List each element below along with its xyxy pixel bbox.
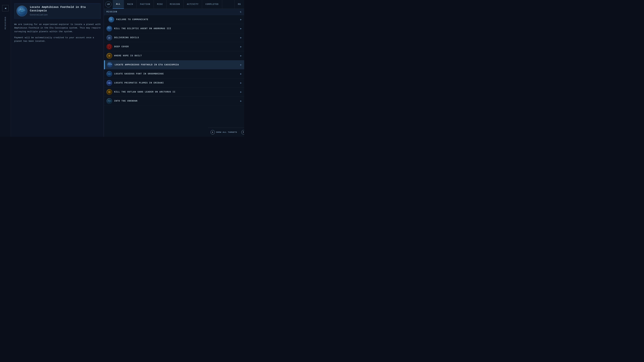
mission-icon-7 (106, 71, 112, 77)
mission-icon-4 (106, 44, 112, 50)
mission-icon-10 (106, 98, 112, 104)
mission-icon-8 (106, 80, 112, 86)
back-arrow-button[interactable]: ◀ (2, 5, 8, 11)
mission-icon-3: UC (106, 35, 112, 40)
mission-icon-6 (107, 62, 113, 68)
tab-main-label: MAIN (127, 3, 133, 5)
svg-point-7 (111, 19, 112, 20)
back-arrow-icon: ◀ (4, 6, 6, 10)
chevron-right-2: ▶ (240, 27, 242, 30)
mission-title-block: Locate Amphibious Foothold in Eta Cassio… (30, 5, 98, 16)
mission-icon (16, 5, 27, 16)
tab-completed-label: COMPLETED (206, 3, 218, 5)
mission-name-3: DELIVERING DEVILS (114, 36, 238, 39)
svg-point-24 (110, 63, 111, 63)
rb-label: RB (238, 3, 241, 5)
mission-icon-2 (106, 26, 112, 31)
mission-row[interactable]: INTO THE UNKNOWN ▶ (104, 96, 244, 106)
sort-icon[interactable]: ⇅ (240, 10, 242, 13)
mission-name-8: LOCATE PRISMATIC PLUMES IN ERIDANI (114, 82, 238, 84)
svg-point-27 (108, 72, 111, 75)
mission-faction: Constellation (30, 14, 48, 16)
svg-point-3 (20, 9, 21, 9)
chevron-right-7: ▶ (240, 72, 242, 75)
show-all-targets-label: SHOW ALL TARGETS (216, 131, 237, 133)
svg-point-5 (24, 10, 24, 10)
rb-button[interactable]: RB (234, 0, 244, 9)
chevron-right-8: ▶ (240, 81, 242, 84)
svg-point-17 (109, 46, 110, 47)
section-label: MISSION (106, 11, 117, 13)
tab-all-label: ALL (116, 3, 120, 5)
svg-point-35 (109, 91, 110, 92)
tab-completed[interactable]: COMPLETED (202, 0, 222, 9)
mission-name-2: KILL THE ECLIPTIC AGENT ON ANDROMAS III (114, 27, 238, 30)
svg-point-23 (109, 63, 109, 64)
mission-row[interactable]: UC DELIVERING DEVILS ▶ (104, 33, 244, 42)
mission-description: We are looking for an experienced explor… (14, 23, 100, 43)
mission-name-6: LOCATE AMPHIBIOUS FOOTHOLD IN ETA CASSIO… (115, 64, 238, 66)
svg-point-4 (22, 8, 23, 9)
lb-label: LB (107, 3, 110, 5)
mission-row[interactable]: FAILURE TO COMMUNICATE ▶ (104, 15, 244, 24)
mission-row[interactable]: LOCATE PRISMATIC PLUMES IN ERIDANI ▶ (104, 78, 244, 87)
missions-panel: LB ALL MAIN FACTION MISC MISSION ACTIVIT… (104, 0, 244, 137)
tab-faction-label: FACTION (140, 3, 150, 5)
tab-activity-label: ACTIVITY (187, 3, 199, 5)
mission-row[interactable]: KILL THE OUTLAW GANG LEADER ON ARCTURUS … (104, 87, 244, 96)
mission-icon-9 (106, 89, 112, 95)
show-all-targets-action[interactable]: ⊙ SHOW ALL TARGETS (210, 130, 237, 134)
chevron-right-6: ▶ (240, 63, 242, 66)
show-on-map-action[interactable]: Y SHOW ON MAP (241, 130, 244, 134)
mission-header: Locate Amphibious Foothold in Eta Cassio… (14, 3, 100, 18)
mission-icon-5 (106, 53, 112, 59)
svg-point-39 (108, 100, 109, 100)
mission-row[interactable]: LOCATE GASEOUS FONT IN GROOMBRIDGE ▶ (104, 69, 244, 78)
svg-point-25 (111, 64, 112, 64)
show-on-map-btn[interactable]: Y (241, 130, 244, 134)
mission-name-4: DEEP COVER (114, 45, 238, 48)
section-header: MISSION ⇅ (104, 9, 244, 15)
svg-point-37 (108, 99, 111, 103)
mission-row[interactable]: DEEP COVER ▶ (104, 42, 244, 51)
tab-bar: LB ALL MAIN FACTION MISC MISSION ACTIVIT… (104, 0, 244, 9)
mission-name-10: INTO THE UNKNOWN (114, 100, 238, 102)
tab-mission[interactable]: MISSION (166, 0, 184, 9)
tab-faction[interactable]: FACTION (137, 0, 154, 9)
tab-activity[interactable]: ACTIVITY (184, 0, 202, 9)
chevron-right-9: ▶ (240, 90, 242, 93)
show-all-targets-btn[interactable]: ⊙ (210, 130, 215, 134)
tab-misc[interactable]: MISC (154, 0, 166, 9)
mission-detail-panel: Locate Amphibious Foothold in Eta Cassio… (11, 0, 104, 137)
show-all-targets-icon: ⊙ (212, 131, 213, 133)
svg-point-12 (110, 27, 110, 27)
sidebar-missions-label: MISSIONS (4, 16, 6, 29)
mission-name-9: KILL THE OUTLAW GANG LEADER ON ARCTURUS … (114, 91, 238, 93)
mission-name-7: LOCATE GASEOUS FONT IN GROOMBRIDGE (114, 73, 238, 75)
chevron-right-10: ▶ (240, 99, 242, 102)
chevron-right-3: ▶ (240, 36, 242, 39)
tab-misc-label: MISC (157, 3, 163, 5)
mission-title: Locate Amphibious Foothold in Eta Cassio… (30, 5, 98, 12)
chevron-right-1: ▶ (240, 18, 242, 21)
svg-point-11 (108, 27, 109, 27)
bottom-bar: ⊙ SHOW ALL TARGETS Y SHOW ON MAP X SET C… (208, 128, 244, 137)
mission-name-1: FAILURE TO COMMUNICATE (116, 18, 238, 21)
mission-row[interactable]: WHERE HOPE IS BUILT ▶ (104, 51, 244, 60)
chevron-right-4: ▶ (240, 45, 242, 48)
tab-mission-label: MISSION (170, 3, 180, 5)
mission-row[interactable]: KILL THE ECLIPTIC AGENT ON ANDROMAS III … (104, 24, 244, 33)
description-paragraph-2: Payment will be automatically credited t… (14, 36, 100, 43)
mission-name-5: WHERE HOPE IS BUILT (114, 55, 238, 57)
mission-list[interactable]: FAILURE TO COMMUNICATE ▶ KILL THE ECLIPT… (104, 15, 244, 128)
svg-point-40 (110, 100, 110, 101)
lb-button[interactable]: LB (105, 1, 111, 7)
mission-icon-1 (108, 17, 114, 22)
tab-all[interactable]: ALL (113, 0, 124, 9)
svg-point-32 (109, 82, 110, 84)
mission-row-selected[interactable]: LOCATE AMPHIBIOUS FOOTHOLD IN ETA CASSIO… (104, 60, 244, 69)
missions-sidebar: ◀ MISSIONS (0, 0, 11, 137)
description-paragraph-1: We are looking for an experienced explor… (14, 23, 100, 33)
tab-main[interactable]: MAIN (124, 0, 137, 9)
chevron-right-5: ▶ (240, 54, 242, 57)
